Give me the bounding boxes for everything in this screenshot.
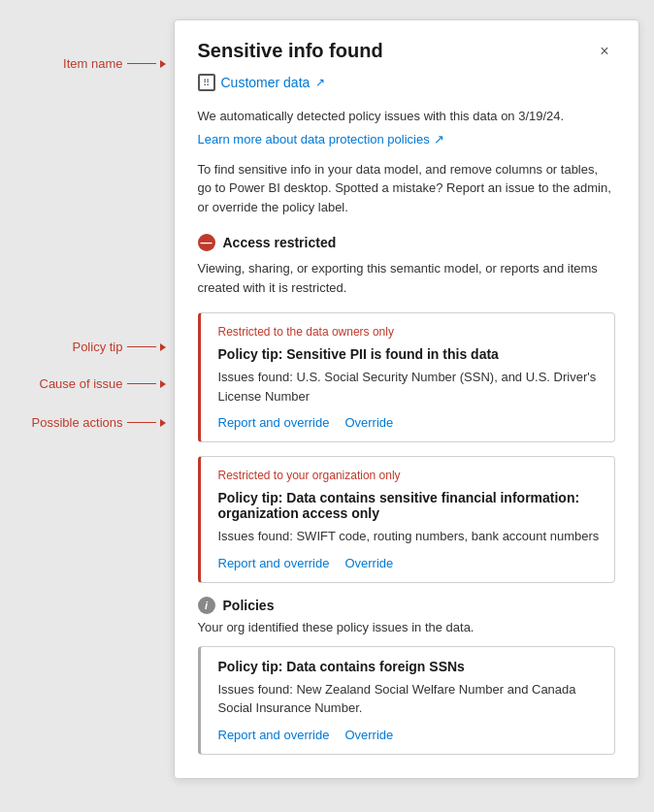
- policy-card-1: Restricted to the data owners only Polic…: [198, 312, 615, 442]
- issues-label-gray: Issues found:: [218, 682, 297, 697]
- override-link-gray[interactable]: Override: [344, 728, 393, 742]
- item-icon: [198, 74, 215, 91]
- issues-label-1: Issues found:: [218, 370, 297, 384]
- item-row: Customer data ↗: [198, 74, 615, 91]
- report-override-link-gray[interactable]: Report and override: [218, 728, 330, 742]
- policy-card-2-actions: Report and override Override: [218, 556, 601, 570]
- annotation-item-name: Item name: [63, 56, 122, 71]
- annotation-cause-of-issue: Cause of issue: [40, 376, 123, 391]
- restrict-label-2: Restricted to your organization only: [218, 469, 601, 482]
- sensitive-info-panel: Sensitive info found × Customer data ↗ W…: [174, 19, 639, 779]
- annotation-possible-actions: Possible actions: [32, 415, 123, 430]
- learn-more-link[interactable]: Learn more about data protection policie…: [198, 132, 444, 146]
- policy-card-gray-actions: Report and override Override: [218, 728, 601, 742]
- policy-card-gray: Policy tip: Data contains foreign SSNs I…: [198, 646, 615, 755]
- info-icon: i: [198, 597, 215, 614]
- panel-header: Sensitive info found ×: [198, 40, 615, 62]
- annotation-policy-tip: Policy tip: [72, 340, 122, 354]
- close-button[interactable]: ×: [594, 41, 614, 62]
- policies-title: Policies: [223, 598, 275, 613]
- learn-more-icon: ↗: [434, 132, 444, 146]
- override-link-2[interactable]: Override: [344, 556, 393, 570]
- access-restricted-title: Access restricted: [223, 235, 337, 250]
- policies-section: i Policies Your org identified these pol…: [198, 597, 615, 755]
- policies-desc: Your org identified these policy issues …: [198, 620, 615, 634]
- item-name[interactable]: Customer data: [221, 75, 311, 90]
- issues-label-2: Issues found:: [218, 529, 297, 543]
- report-override-link-1[interactable]: Report and override: [218, 415, 330, 430]
- override-link-1[interactable]: Override: [344, 415, 393, 430]
- issues-text-gray: Issues found: New Zealand Social Welfare…: [218, 680, 601, 718]
- panel-title: Sensitive info found: [198, 40, 383, 62]
- policy-tip-title-1: Policy tip: Sensitive PII is found in th…: [218, 346, 601, 362]
- report-override-link-2[interactable]: Report and override: [218, 556, 330, 570]
- policies-header: i Policies: [198, 597, 615, 614]
- restrict-label-1: Restricted to the data owners only: [218, 325, 601, 339]
- auto-detect-text: We automatically detected policy issues …: [198, 107, 615, 126]
- issues-value-2: SWIFT code, routing numbers, bank accoun…: [296, 529, 599, 543]
- learn-more-text: Learn more about data protection policie…: [198, 132, 430, 146]
- policy-card-1-actions: Report and override Override: [218, 415, 601, 430]
- issues-text-2: Issues found: SWIFT code, routing number…: [218, 527, 601, 546]
- guidance-text: To find sensitive info in your data mode…: [198, 160, 615, 217]
- policy-card-2: Restricted to your organization only Pol…: [198, 456, 615, 583]
- access-restricted-header: Access restricted: [198, 234, 615, 251]
- policy-tip-title-2: Policy tip: Data contains sensitive fina…: [218, 490, 601, 521]
- access-restricted-desc: Viewing, sharing, or exporting this sema…: [198, 259, 615, 297]
- restrict-icon: [198, 234, 215, 251]
- policy-tip-title-gray: Policy tip: Data contains foreign SSNs: [218, 659, 601, 674]
- external-link-icon[interactable]: ↗: [315, 76, 325, 89]
- issues-text-1: Issues found: U.S. Social Security Numbe…: [218, 368, 601, 406]
